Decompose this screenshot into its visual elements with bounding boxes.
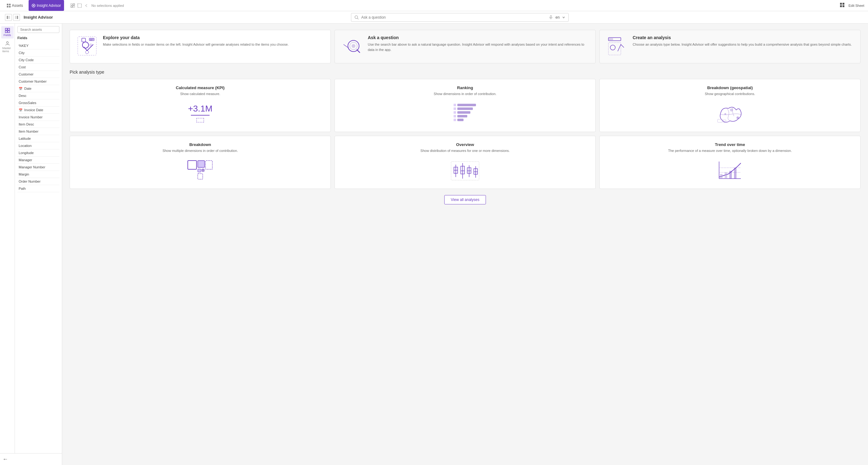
svg-point-29	[82, 42, 89, 48]
create-card-text: Create an analysis Choose an analysis ty…	[633, 35, 852, 47]
sidebar-item[interactable]: 📅Date	[18, 85, 59, 92]
svg-rect-3	[9, 6, 10, 7]
nav-assets[interactable]: Assets	[4, 0, 26, 11]
svg-rect-52	[454, 107, 456, 110]
sidebar-item[interactable]: Order Number	[18, 178, 59, 185]
svg-rect-67	[451, 162, 479, 180]
analysis-card-breakdown[interactable]: Breakdown Show multiple dimensions in or…	[70, 136, 331, 189]
search-input[interactable]	[361, 15, 546, 20]
svg-point-27	[6, 42, 8, 43]
svg-rect-1	[9, 4, 10, 5]
svg-rect-24	[8, 28, 10, 30]
sidebar-item[interactable]: Item Desc	[18, 121, 59, 128]
sidebar: Fields Master items Fields %KEYCityCity …	[0, 24, 62, 465]
svg-rect-54	[454, 115, 456, 118]
create-card-desc: Choose an analysis type below. Insight A…	[633, 42, 852, 47]
svg-rect-15	[7, 16, 8, 19]
svg-point-56	[737, 117, 739, 119]
svg-rect-12	[842, 3, 844, 5]
svg-line-20	[358, 18, 359, 19]
svg-rect-64	[198, 169, 201, 172]
analysis-card-ranking[interactable]: Ranking Show dimensions in order of cont…	[335, 79, 596, 132]
trend-title: Trend over time	[605, 142, 855, 147]
svg-rect-0	[7, 4, 8, 5]
svg-rect-86	[730, 171, 732, 178]
analysis-card-geo[interactable]: Breakdown (geospatial) Show geographical…	[599, 79, 861, 132]
sidebar-left-icons: Fields Master items	[0, 24, 15, 453]
geo-desc: Show geographical contributions.	[605, 92, 855, 96]
view-all-wrap: View all analyses	[70, 195, 861, 204]
explore-card-text: Explore your data Make selections in fie…	[103, 35, 288, 47]
sidebar-item-master-icon[interactable]: Master items	[1, 39, 14, 55]
kpi-value: +3.1M	[188, 104, 213, 114]
analysis-grid: Calculated measure (KPI) Show calculated…	[70, 79, 861, 189]
fields-icon	[5, 28, 10, 33]
kpi-desc: Show calculated measure.	[75, 92, 326, 96]
sidebar-item[interactable]: Desc	[18, 92, 59, 99]
nav-insight-advisor[interactable]: Insight Advisor	[29, 0, 64, 11]
svg-rect-8	[71, 6, 72, 7]
svg-point-57	[724, 113, 726, 115]
sidebar-item[interactable]: Longitude	[18, 150, 59, 157]
sidebar-item[interactable]: Location	[18, 142, 59, 150]
ranking-title: Ranking	[340, 86, 590, 90]
lasso-icon[interactable]	[70, 3, 75, 8]
sidebar-item[interactable]: Manager Number	[18, 164, 59, 171]
grid-view-toggle[interactable]	[840, 2, 845, 9]
chevron-down-icon[interactable]	[562, 16, 565, 19]
svg-rect-14	[842, 5, 844, 7]
svg-rect-65	[202, 169, 204, 171]
microphone-icon[interactable]	[549, 15, 553, 20]
sidebar-item[interactable]: Customer	[18, 71, 59, 78]
no-selections-label: No selections applied	[91, 4, 124, 7]
edit-sheet-btn[interactable]: Edit Sheet	[848, 4, 864, 7]
sidebar-item[interactable]: 📅Invoice Date	[18, 106, 59, 114]
sidebar-content: Fields Master items Fields %KEYCityCity …	[0, 24, 62, 453]
view-all-analyses-btn[interactable]: View all analyses	[444, 195, 486, 204]
sidebar-item[interactable]: Item Number	[18, 128, 59, 135]
sidebar-item[interactable]: Latitude	[18, 135, 59, 142]
sidebar-item[interactable]: Path	[18, 185, 59, 192]
analysis-card-overview[interactable]: Overview Show distribution of measures f…	[335, 136, 596, 189]
nav-right: Edit Sheet	[840, 2, 864, 9]
create-analysis-card: Create an analysis Choose an analysis ty…	[599, 30, 861, 63]
panel-toggle-left[interactable]	[5, 14, 12, 21]
panel-toggle-right[interactable]	[13, 14, 20, 21]
svg-rect-11	[840, 3, 842, 5]
sidebar-item[interactable]: Cost	[18, 64, 59, 71]
sidebar-item-fields-icon[interactable]: Fields	[1, 26, 14, 38]
ask-question-card: Ask a question Use the search bar above …	[335, 30, 596, 63]
second-bar: Insight Advisor en	[0, 11, 868, 24]
svg-rect-23	[5, 28, 7, 30]
ask-card-desc: Use the search bar above to ask a natura…	[368, 42, 589, 52]
sidebar-item[interactable]: %KEY	[18, 42, 59, 49]
svg-rect-48	[457, 111, 470, 114]
ask-card-text: Ask a question Use the search bar above …	[368, 35, 589, 52]
svg-rect-21	[550, 15, 552, 18]
sidebar-item[interactable]: City Code	[18, 57, 59, 64]
main-search-bar[interactable]: en	[351, 13, 569, 22]
svg-rect-63	[206, 161, 212, 169]
sidebar-item[interactable]: Customer Number	[18, 78, 59, 85]
back-icon[interactable]	[84, 3, 89, 8]
sidebar-item[interactable]: City	[18, 49, 59, 57]
sidebar-item[interactable]: Manager	[18, 157, 59, 164]
select-icon[interactable]	[77, 3, 82, 8]
trend-visual	[605, 158, 855, 182]
analysis-card-kpi[interactable]: Calculated measure (KPI) Show calculated…	[70, 79, 331, 132]
sidebar-item[interactable]: GrossSales	[18, 99, 59, 106]
sidebar-fields-list: %KEYCityCity CodeCostCustomerCustomer Nu…	[18, 42, 59, 192]
ask-card-title: Ask a question	[368, 35, 589, 40]
create-analysis-icon	[606, 35, 628, 58]
pick-analysis-title: Pick analysis type	[70, 70, 861, 74]
explore-card-desc: Make selections in fields or master item…	[103, 42, 288, 47]
svg-point-58	[730, 108, 733, 111]
language-selector[interactable]: en	[556, 15, 560, 20]
svg-rect-7	[73, 4, 74, 5]
analysis-card-trend[interactable]: Trend over time The performance of a mea…	[599, 136, 861, 189]
sidebar-item[interactable]: Margin	[18, 171, 59, 178]
svg-rect-43	[609, 38, 613, 40]
sidebar-collapse-btn[interactable]: ←	[0, 453, 62, 465]
sidebar-item[interactable]: Invoice Number	[18, 114, 59, 121]
sidebar-search-input[interactable]	[18, 26, 59, 33]
